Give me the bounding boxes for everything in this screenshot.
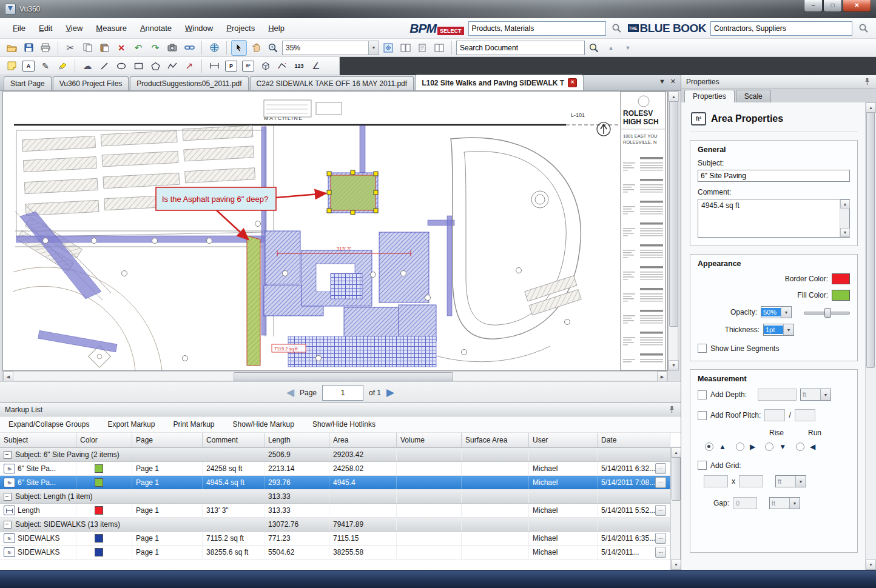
markup-group-row[interactable]: Subject: Length (1 item) 313.33: [0, 490, 670, 504]
copy-icon[interactable]: [79, 40, 95, 56]
tab-project-files[interactable]: Vu360 Project Files: [53, 76, 129, 90]
document-horizontal-scrollbar[interactable]: ◀ ▶: [2, 371, 668, 381]
menu-view[interactable]: View: [59, 21, 89, 36]
open-icon[interactable]: [4, 40, 19, 56]
gap-unit-combo[interactable]: ft ▼: [769, 497, 800, 509]
tab-scale[interactable]: Scale: [736, 90, 771, 102]
facing-pages-icon[interactable]: [397, 40, 413, 56]
column-area[interactable]: Area: [329, 433, 397, 448]
area-tool-icon[interactable]: ft²: [240, 58, 256, 74]
highlighter-icon[interactable]: [55, 58, 70, 74]
column-length[interactable]: Length: [264, 433, 329, 448]
rectangle-tool-icon[interactable]: [130, 58, 146, 74]
tab-product-suggestions[interactable]: ProductSuggestions05_2011.pdf: [130, 76, 248, 90]
cloud-tool-icon[interactable]: ☁: [79, 58, 95, 74]
row-more-button[interactable]: ...: [655, 547, 666, 558]
collapse-group-icon[interactable]: [4, 521, 12, 529]
chevron-down-icon[interactable]: ▼: [795, 476, 806, 487]
column-surface-area[interactable]: Surface Area: [462, 433, 529, 448]
markup-row-selected[interactable]: ft²6" Site Pa... Page 1 4945.4 sq ft 293…: [0, 476, 670, 490]
count-tool-icon[interactable]: 123: [291, 58, 307, 74]
tab-close-icon[interactable]: ✕: [568, 78, 577, 87]
bpm-search-icon[interactable]: [610, 22, 624, 35]
tab-bar-close-icon[interactable]: ✕: [670, 78, 676, 85]
select-tool-icon[interactable]: [231, 40, 247, 56]
menu-file[interactable]: File: [6, 21, 32, 36]
properties-scrollbar[interactable]: ▲ ▼: [865, 102, 876, 570]
row-more-button[interactable]: ...: [655, 505, 666, 516]
column-volume[interactable]: Volume: [397, 433, 462, 448]
paving-markup-strip[interactable]: [247, 236, 260, 366]
tab-start-page[interactable]: Start Page: [4, 76, 52, 90]
next-result-icon[interactable]: ▼: [620, 40, 636, 56]
column-date[interactable]: Date: [598, 433, 670, 448]
tab-list-dropdown-icon[interactable]: ▼: [659, 78, 665, 85]
perimeter-tool-icon[interactable]: P: [223, 58, 239, 74]
export-markup-button[interactable]: Export Markup: [107, 420, 155, 429]
markup-row[interactable]: ft²6" Site Pa... Page 1 24258 sq ft 2213…: [0, 462, 670, 476]
pen-icon[interactable]: ✎: [38, 58, 53, 74]
maximize-button[interactable]: □: [823, 0, 842, 12]
ellipse-tool-icon[interactable]: [113, 58, 129, 74]
pin-icon[interactable]: [668, 406, 676, 413]
column-comment[interactable]: Comment: [203, 433, 264, 448]
document-canvas[interactable]: MATCHLINE L-101: [2, 91, 668, 371]
search-document-icon[interactable]: [586, 40, 602, 56]
border-color-button[interactable]: [832, 273, 850, 284]
undo-icon[interactable]: ↶: [130, 40, 146, 56]
single-page-icon[interactable]: [414, 40, 430, 56]
grid-unit-combo[interactable]: ft ▼: [775, 475, 806, 487]
text-annotation-icon[interactable]: A: [21, 58, 36, 74]
column-color[interactable]: Color: [76, 433, 132, 448]
plaza-markup[interactable]: [288, 336, 436, 367]
cut-icon[interactable]: ✂: [62, 40, 78, 56]
thickness-combo[interactable]: 1pt ▼: [763, 324, 794, 336]
chevron-down-icon[interactable]: ▼: [781, 307, 791, 318]
gap-input[interactable]: 0: [733, 497, 757, 509]
snapshot-icon[interactable]: [164, 40, 180, 56]
chevron-down-icon[interactable]: ▼: [368, 41, 379, 55]
polyline-tool-icon[interactable]: [164, 58, 180, 74]
globe-icon[interactable]: [206, 40, 222, 56]
column-user[interactable]: User: [529, 433, 598, 448]
show-line-segments-checkbox[interactable]: [698, 344, 707, 353]
paste-icon[interactable]: [96, 40, 112, 56]
menu-annotate[interactable]: Annotate: [133, 21, 178, 36]
zoom-level-combo[interactable]: 35% ▼: [282, 41, 379, 55]
redo-icon[interactable]: ↷: [147, 40, 163, 56]
close-button[interactable]: ✕: [843, 0, 871, 12]
volume-tool-icon[interactable]: [257, 58, 273, 74]
show-hide-markup-button[interactable]: Show/Hide Markup: [232, 420, 294, 429]
depth-input[interactable]: [758, 389, 797, 401]
add-depth-checkbox[interactable]: [698, 390, 707, 399]
show-hide-hotlinks-button[interactable]: Show/Hide Hotlinks: [312, 420, 376, 429]
add-roof-pitch-checkbox[interactable]: [698, 411, 707, 420]
bpm-search-input[interactable]: [468, 21, 606, 36]
minimize-button[interactable]: –: [804, 0, 823, 12]
bluebook-search-icon[interactable]: [857, 22, 870, 35]
pitch-run-input[interactable]: [795, 409, 815, 421]
previous-page-icon[interactable]: ◀: [286, 387, 294, 398]
fill-color-button[interactable]: [832, 290, 850, 301]
pitch-rise-input[interactable]: [764, 409, 785, 421]
page-number-input[interactable]: [322, 385, 363, 401]
markup-list-scrollbar[interactable]: ▲ ▼: [670, 447, 681, 570]
pin-icon[interactable]: [863, 78, 871, 85]
polygon-tool-icon[interactable]: [147, 58, 163, 74]
collapse-group-icon[interactable]: [4, 451, 12, 459]
opacity-combo[interactable]: 50% ▼: [761, 306, 792, 318]
tab-sidewalk-takeoff[interactable]: C2#2 SIDEWALK TAKE OFF 16 MAY 2011.pdf: [250, 76, 414, 90]
next-page-icon[interactable]: ▶: [386, 387, 394, 398]
chevron-down-icon[interactable]: ▼: [820, 389, 831, 400]
search-document-input[interactable]: [456, 41, 585, 55]
angle-tool-icon[interactable]: ∠: [308, 58, 324, 74]
line-tool-icon[interactable]: [96, 58, 112, 74]
tab-l102-active[interactable]: L102 Site Walks and Paving SIDEWALK T ✕: [415, 75, 584, 90]
hyperlink-icon[interactable]: [181, 40, 197, 56]
comment-input[interactable]: 4945.4 sq ft ▲ ▼: [698, 199, 850, 238]
tab-properties[interactable]: Properties: [684, 90, 735, 102]
fit-page-icon[interactable]: [380, 40, 396, 56]
row-more-button[interactable]: ...: [655, 533, 666, 544]
row-more-button[interactable]: ...: [655, 477, 666, 488]
rise-up-radio[interactable]: [705, 443, 713, 451]
